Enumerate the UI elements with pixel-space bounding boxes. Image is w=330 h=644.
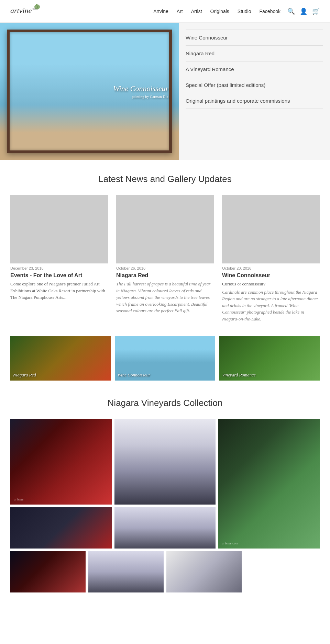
hero-title: Wine Connoisseur — [113, 84, 168, 93]
news-card-1: October 26, 2016 Niagara Red The Fall ha… — [116, 195, 214, 322]
vineyard-item-sm2[interactable] — [114, 507, 216, 549]
hero-sidebar-link-originals[interactable]: Original paintings and corporate commiss… — [186, 93, 323, 109]
watermark-large: artvine.com — [222, 541, 238, 545]
news-date-2: October 20, 2016 — [222, 266, 320, 270]
nav-link-facebook[interactable]: Facebook — [260, 9, 280, 14]
watermark-0: artvine — [14, 497, 23, 501]
news-image-0[interactable] — [10, 195, 108, 263]
gallery-thumbs: Niagara Red Wine Connoisseur Vineyard Ro… — [0, 336, 330, 391]
nav-links: Artvine Art Artist Originals Studio Face… — [153, 9, 280, 14]
vineyard-bottom-1[interactable] — [88, 551, 164, 592]
svg-text:artvine: artvine — [10, 6, 32, 15]
news-heading-1: Niagara Red — [116, 272, 214, 279]
vineyard-bottom-2[interactable] — [166, 551, 242, 592]
hero-subtitle: painting by Carman Dix — [113, 94, 168, 99]
logo[interactable]: artvine .com — [10, 3, 43, 19]
hero-sidebar-link-vineyard[interactable]: A Vineyard Romance — [186, 61, 323, 77]
hero-section: Wine Connoisseur painting by Carman Dix … — [0, 23, 330, 160]
gallery-thumb-2[interactable]: Vineyard Romance — [219, 336, 320, 381]
vineyard-item-1[interactable] — [114, 419, 216, 505]
news-date-0: December 23, 2016 — [10, 266, 108, 270]
vineyard-title: Niagara Vineyards Collection — [10, 398, 320, 408]
hero-sidebar-link-wine[interactable]: Wine Connoisseur — [186, 30, 323, 46]
news-heading-2: Wine Connoisseur — [222, 272, 320, 279]
news-text-2: Cardinals are common place throughout th… — [222, 289, 320, 323]
news-date-1: October 26, 2016 — [116, 266, 214, 270]
nav-icons: 🔍 👤 🛒 — [287, 8, 320, 15]
nav-link-artvine[interactable]: Artvine — [153, 9, 168, 14]
vineyard-bottom-0[interactable] — [10, 551, 86, 592]
news-heading-0: Events - For the Love of Art — [10, 272, 108, 279]
hero-overlay: Wine Connoisseur painting by Carman Dix — [113, 84, 168, 99]
search-icon[interactable]: 🔍 — [287, 8, 295, 15]
gallery-thumb-label-2: Vineyard Romance — [222, 372, 256, 378]
news-card-2: October 20, 2016 Wine Connoisseur Curiou… — [222, 195, 320, 322]
news-title: Latest News and Gallery Updates — [10, 174, 320, 184]
navbar: artvine .com Artvine Art Artist Original… — [0, 0, 330, 23]
news-grid: December 23, 2016 Events - For the Love … — [10, 195, 320, 322]
gallery-thumb-1[interactable]: Wine Connoisseur — [115, 336, 215, 381]
user-icon[interactable]: 👤 — [300, 8, 307, 15]
news-text-0: Come explore one of Niagara's premier Ju… — [10, 281, 108, 301]
news-subtitle-2: Curious or connoisseur? — [222, 281, 320, 287]
cart-icon[interactable]: 🛒 — [312, 8, 320, 15]
vineyard-item-large[interactable]: artvine.com — [218, 419, 320, 549]
news-text-1: The Fall harvest of grapes is a beautifu… — [116, 281, 214, 314]
gallery-thumb-label-0: Niagara Red — [13, 372, 36, 378]
vineyard-item-sm[interactable] — [10, 507, 112, 549]
vineyard-bottom-row — [10, 551, 320, 592]
nav-link-originals[interactable]: Originals — [210, 9, 229, 14]
news-image-2[interactable] — [222, 195, 320, 263]
vineyard-section: Niagara Vineyards Collection artvine art… — [0, 391, 330, 606]
vineyard-item-0[interactable]: artvine — [10, 419, 112, 505]
hero-sidebar: Wine Connoisseur Niagara Red A Vineyard … — [179, 23, 330, 160]
nav-link-artist[interactable]: Artist — [191, 9, 202, 14]
gallery-thumb-label-1: Wine Connoisseur — [118, 372, 150, 378]
nav-link-studio[interactable]: Studio — [238, 9, 251, 14]
nav-link-art[interactable]: Art — [177, 9, 183, 14]
gallery-thumb-0[interactable]: Niagara Red — [10, 336, 111, 381]
hero-sidebar-link-special[interactable]: Special Offer (past limited editions) — [186, 77, 323, 93]
news-image-1[interactable] — [116, 195, 214, 263]
hero-sidebar-link-niagara[interactable]: Niagara Red — [186, 46, 323, 61]
news-section: Latest News and Gallery Updates December… — [0, 160, 330, 336]
news-card-0: December 23, 2016 Events - For the Love … — [10, 195, 108, 322]
hero-image: Wine Connoisseur painting by Carman Dix — [0, 23, 179, 160]
vineyard-grid: artvine artvine.com — [10, 419, 320, 549]
